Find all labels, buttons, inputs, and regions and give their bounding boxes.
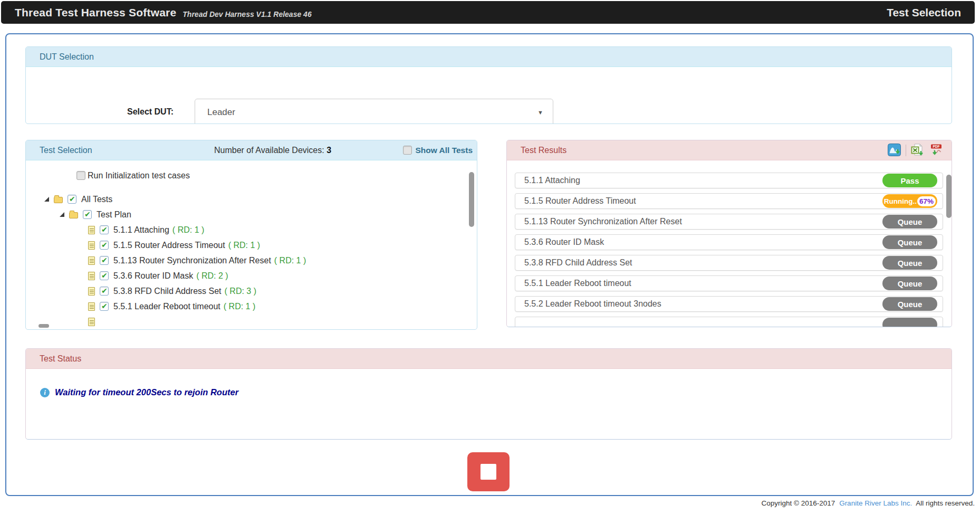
- footer-copyright: Copyright © 2016-2017 Granite River Labs…: [762, 499, 975, 507]
- table-row[interactable]: 5.3.8 RFD Child Address Set Queue: [515, 255, 943, 271]
- result-test-name: 5.5.1 Leader Reboot timeout: [524, 279, 882, 288]
- document-icon: [88, 226, 95, 234]
- progress-percent: 67%: [917, 196, 936, 206]
- table-row[interactable]: 5.1.13 Router Synchronization After Rese…: [515, 214, 943, 230]
- tree-item-checkbox[interactable]: [100, 256, 109, 265]
- tree-item-rd-count: ( RD: 1 ): [224, 302, 255, 311]
- folder-icon: [54, 197, 63, 203]
- app-subtitle: Thread Dev Harness V1.1 Release 46: [182, 10, 311, 18]
- page: Thread Test Harness Software Thread Dev …: [0, 0, 980, 514]
- tree-node-all-tests: All Tests: [26, 192, 477, 207]
- chevron-down-icon: ▼: [537, 109, 543, 116]
- status-text: Running..: [884, 197, 917, 205]
- tree-item-checkbox[interactable]: [100, 225, 109, 234]
- tree-item-checkbox[interactable]: [100, 241, 109, 250]
- test-selection-panel: Test Selection Number of Available Devic…: [25, 140, 477, 330]
- status-badge: Queue: [882, 277, 937, 290]
- status-text: Pass: [900, 176, 919, 185]
- status-text: Queue: [898, 300, 923, 309]
- devices-count-value: 3: [326, 146, 331, 155]
- devices-count-line: Number of Available Devices: 3: [214, 146, 331, 155]
- table-row-partial: [515, 317, 943, 327]
- result-test-name: 5.3.8 RFD Child Address Set: [524, 258, 882, 268]
- tree-leaf-list: 5.1.1 Attaching ( RD: 1 ) 5.1.5 Router A…: [26, 222, 477, 329]
- run-initialization-row: Run Initialization test cases: [26, 168, 477, 183]
- status-badge: Queue: [882, 297, 937, 311]
- tree-item: 5.3.8 RFD Child Address Set ( RD: 3 ): [26, 283, 477, 299]
- tree-item-rd-count: ( RD: 1 ): [228, 241, 260, 250]
- tree-item-checkbox[interactable]: [100, 271, 109, 280]
- tree-item-label[interactable]: 5.3.8 RFD Child Address Set: [113, 287, 222, 296]
- tree-label-all-tests[interactable]: All Tests: [81, 195, 112, 204]
- result-row-list: 5.1.1 Attaching Pass 5.1.5 Router Addres…: [515, 173, 943, 327]
- granite-river-labs-link[interactable]: Granite River Labs Inc.: [839, 499, 912, 507]
- tree-item-checkbox[interactable]: [100, 287, 109, 296]
- tree-node-test-plan: Test Plan: [26, 207, 477, 222]
- document-icon: [88, 241, 95, 250]
- document-icon: [88, 256, 95, 265]
- folder-icon: [69, 212, 78, 218]
- vertical-scrollbar-thumb[interactable]: [469, 172, 474, 227]
- tree-item-rd-count: ( RD: 1 ): [172, 225, 204, 235]
- table-row[interactable]: 5.5.2 Leader Reboot timeout 3nodes Queue: [515, 296, 943, 312]
- copyright-suffix: All rights reserved.: [916, 499, 975, 507]
- tree-item-label[interactable]: 5.3.6 Router ID Mask: [113, 271, 193, 281]
- result-test-name: 5.5.2 Leader Reboot timeout 3nodes: [524, 299, 882, 309]
- dut-select[interactable]: Leader ▼: [195, 99, 553, 124]
- status-badge: [882, 318, 937, 327]
- export-icon-group: PDF: [887, 144, 944, 157]
- status-badge: Queue: [882, 215, 937, 229]
- devices-count-label: Number of Available Devices:: [214, 146, 324, 155]
- tree-checkbox-test-plan[interactable]: [83, 210, 92, 219]
- document-icon: [88, 302, 95, 311]
- test-status-body: i Waiting for timeout 200Secs to rejoin …: [26, 369, 952, 440]
- pdf-export-icon[interactable]: PDF: [928, 144, 943, 157]
- tree-item-rd-count: ( RD: 3 ): [225, 287, 256, 296]
- tree-item-checkbox[interactable]: [100, 302, 109, 311]
- test-results-heading: Test Results: [507, 140, 952, 160]
- vertical-scrollbar-thumb[interactable]: [946, 175, 952, 218]
- main-container: DUT Selection Select DUT: Leader ▼ Test …: [5, 33, 974, 496]
- test-results-body: 5.1.1 Attaching Pass 5.1.5 Router Addres…: [507, 160, 952, 327]
- table-row[interactable]: 5.3.6 Router ID Mask Queue: [515, 234, 943, 250]
- status-message: Waiting for timeout 200Secs to rejoin Ro…: [55, 387, 238, 397]
- tree-item-partial: [26, 314, 477, 329]
- show-all-tests-checkbox[interactable]: [403, 146, 412, 155]
- status-badge: Queue: [882, 235, 937, 249]
- tree-expand-icon[interactable]: [60, 212, 64, 217]
- test-tree-body: Run Initialization test cases All Tests: [26, 160, 477, 329]
- show-all-tests-label: Show All Tests: [415, 146, 473, 155]
- stop-square-icon: [481, 464, 496, 480]
- tree-item: 5.5.1 Leader Reboot timeout ( RD: 1 ): [26, 299, 477, 314]
- dut-select-label: Select DUT:: [110, 107, 174, 117]
- horizontal-scrollbar-thumb[interactable]: [39, 324, 49, 328]
- table-row[interactable]: 5.1.1 Attaching Pass: [515, 173, 943, 188]
- tree-item-label[interactable]: 5.5.1 Leader Reboot timeout: [113, 302, 220, 311]
- result-test-name: 5.1.13 Router Synchronization After Rese…: [524, 217, 882, 226]
- info-icon: i: [40, 388, 50, 397]
- status-text: Queue: [898, 259, 923, 268]
- test-status-heading: Test Status: [26, 349, 952, 369]
- result-test-name: 5.3.6 Router ID Mask: [524, 237, 882, 247]
- wireshark-capture-download-icon[interactable]: [887, 144, 902, 157]
- tree-label-test-plan[interactable]: Test Plan: [97, 210, 131, 220]
- table-row[interactable]: 5.1.5 Router Address Timeout Running.. 6…: [515, 193, 943, 209]
- page-title: Test Selection: [887, 6, 961, 19]
- stop-button[interactable]: [467, 452, 510, 491]
- document-icon: [88, 287, 95, 296]
- app-header: Thread Test Harness Software Thread Dev …: [1, 1, 975, 24]
- run-initialization-checkbox[interactable]: [76, 171, 85, 180]
- copyright-prefix: Copyright © 2016-2017: [762, 499, 835, 507]
- dut-panel-title: DUT Selection: [40, 52, 94, 62]
- test-selection-heading: Test Selection Number of Available Devic…: [26, 140, 477, 160]
- svg-text:PDF: PDF: [933, 145, 939, 148]
- tree-item-label[interactable]: 5.1.13 Router Synchronization After Rese…: [113, 256, 271, 265]
- excel-export-icon[interactable]: [910, 144, 925, 157]
- result-test-name: 5.1.5 Router Address Timeout: [524, 196, 882, 206]
- tree-expand-icon[interactable]: [44, 197, 49, 202]
- test-results-panel: Test Results: [506, 140, 952, 327]
- tree-checkbox-all-tests[interactable]: [68, 195, 76, 204]
- table-row[interactable]: 5.5.1 Leader Reboot timeout Queue: [515, 275, 943, 291]
- tree-item-label[interactable]: 5.1.1 Attaching: [113, 225, 169, 235]
- tree-item-label[interactable]: 5.1.5 Router Address Timeout: [113, 241, 225, 250]
